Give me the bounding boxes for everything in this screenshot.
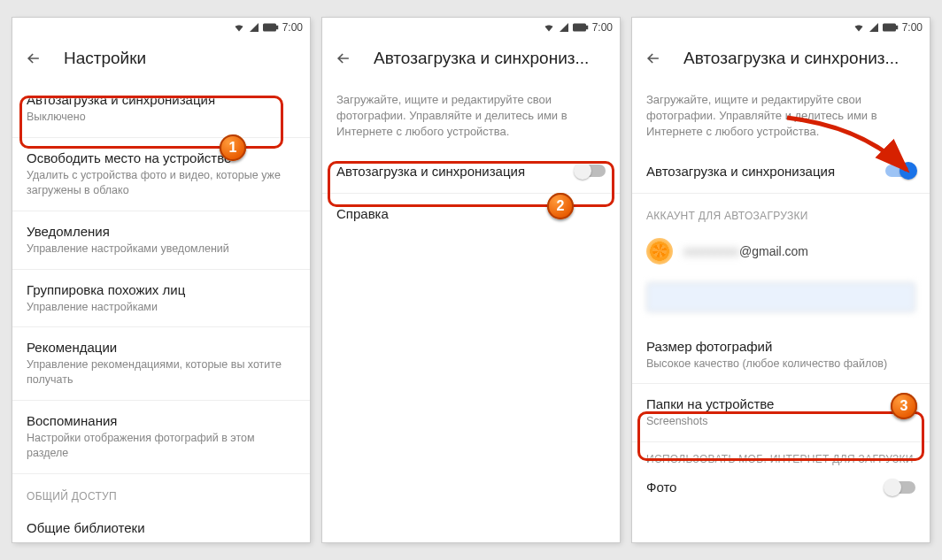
header: Настройки	[12, 37, 310, 80]
battery-icon	[573, 23, 589, 32]
signal-icon	[869, 22, 879, 33]
status-time: 7:00	[282, 21, 303, 34]
row-account[interactable]: xxxxxxxxx@gmail.com	[632, 227, 930, 275]
status-bar: 7:00	[322, 18, 620, 37]
account-email-blurred: xxxxxxxxx	[683, 244, 739, 258]
row-memories[interactable]: Воспоминания Настройки отображения фотог…	[12, 401, 310, 474]
account-avatar-icon	[646, 238, 673, 265]
section-mobile-data: ИСПОЛЬЗОВАТЬ МОБ. ИНТЕРНЕТ ДЛЯ ЗАГРУЗКИ	[632, 442, 930, 471]
account-switch-button-blurred[interactable]	[646, 282, 915, 312]
wifi-icon	[233, 22, 245, 33]
wifi-icon	[543, 22, 555, 33]
sync-settings-on: Загружайте, ищите и редактируйте свои фо…	[632, 80, 930, 542]
section-sharing: ОБЩИЙ ДОСТУП	[12, 474, 310, 508]
status-time: 7:00	[592, 21, 613, 34]
signal-icon	[249, 22, 259, 33]
row-free-space[interactable]: Освободить место на устройстве Удалить с…	[12, 138, 310, 211]
status-bar: 7:00	[12, 18, 310, 37]
status-time: 7:00	[902, 21, 923, 34]
row-shared-libraries[interactable]: Общие библиотеки	[12, 508, 310, 542]
row-help[interactable]: Справка	[322, 194, 620, 234]
row-backup-sync[interactable]: Автозагрузка и синхронизация Выключено	[12, 80, 310, 138]
header: Автозагрузка и синхрониз...	[322, 37, 620, 80]
back-arrow-icon[interactable]	[335, 50, 352, 67]
svg-rect-0	[263, 24, 276, 32]
row-sync-toggle[interactable]: Автозагрузка и синхронизация	[632, 150, 930, 194]
svg-rect-4	[883, 24, 896, 32]
screen-2-sync-off: 7:00 Автозагрузка и синхрониз... Загружа…	[322, 18, 620, 542]
svg-rect-5	[896, 26, 898, 30]
sync-toggle-on[interactable]	[885, 165, 915, 177]
screen-3-sync-on: 7:00 Автозагрузка и синхрониз... Загружа…	[632, 18, 930, 542]
row-recommendations[interactable]: Рекомендации Управление рекомендациями, …	[12, 327, 310, 401]
row-sync-toggle[interactable]: Автозагрузка и синхронизация	[322, 150, 620, 194]
account-email: xxxxxxxxx@gmail.com	[683, 244, 808, 258]
svg-rect-1	[276, 26, 278, 30]
header: Автозагрузка и синхрониз...	[632, 37, 930, 80]
page-title: Автозагрузка и синхрониз...	[374, 49, 589, 68]
page-title: Автозагрузка и синхрониз...	[683, 49, 899, 68]
sync-settings: Загружайте, ищите и редактируйте свои фо…	[322, 80, 620, 542]
info-text: Загружайте, ищите и редактируйте свои фо…	[632, 80, 930, 150]
section-account: АККАУНТ ДЛЯ АВТОЗАГРУЗКИ	[632, 194, 930, 227]
row-photo-mobile[interactable]: Фото	[632, 471, 930, 503]
back-arrow-icon[interactable]	[25, 50, 42, 67]
status-bar: 7:00	[632, 18, 930, 37]
settings-list: Автозагрузка и синхронизация Выключено О…	[12, 80, 310, 542]
svg-rect-2	[573, 24, 586, 32]
row-notifications[interactable]: Уведомления Управление настройками уведо…	[12, 211, 310, 270]
photo-mobile-toggle[interactable]	[885, 481, 915, 494]
row-face-grouping[interactable]: Группировка похожих лиц Управление настр…	[12, 270, 310, 328]
row-device-folders[interactable]: Папки на устройстве Screenshots	[632, 384, 930, 442]
screen-1-settings: 7:00 Настройки Автозагрузка и синхрониза…	[12, 18, 310, 542]
page-title: Настройки	[64, 49, 146, 68]
battery-icon	[883, 23, 899, 32]
back-arrow-icon[interactable]	[645, 50, 662, 67]
sync-toggle-off[interactable]	[575, 165, 606, 177]
wifi-icon	[853, 22, 865, 33]
battery-icon	[263, 23, 279, 32]
signal-icon	[559, 22, 569, 33]
svg-rect-3	[586, 26, 588, 30]
info-text: Загружайте, ищите и редактируйте свои фо…	[322, 80, 620, 150]
row-upload-size[interactable]: Размер фотографий Высокое качество (любо…	[632, 326, 930, 385]
